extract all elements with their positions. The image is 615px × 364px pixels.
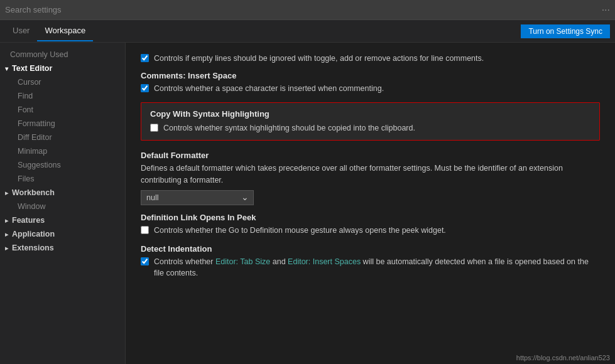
- default-formatter-desc: Defines a default formatter which takes …: [141, 163, 600, 186]
- chevron-right-icon: ▸: [5, 190, 8, 196]
- sidebar-item-cursor[interactable]: Cursor: [0, 75, 125, 89]
- main-content: Commonly Used ▾ Text Editor Cursor Find …: [0, 43, 615, 364]
- default-formatter-title: Default Formatter: [141, 151, 600, 160]
- sidebar-item-suggestions[interactable]: Suggestions: [0, 158, 125, 172]
- chevron-right-icon-features: ▸: [5, 217, 8, 224]
- ignore-empty-lines-desc: Controls if empty lines should be ignore…: [154, 53, 484, 65]
- insert-space-row: Controls whether a space character is in…: [141, 83, 600, 95]
- sidebar: Commonly Used ▾ Text Editor Cursor Find …: [0, 43, 126, 364]
- sidebar-item-features[interactable]: ▸ Features: [0, 213, 125, 227]
- settings-panel: Controls if empty lines should be ignore…: [126, 43, 615, 364]
- chevron-right-icon-ext: ▸: [5, 245, 8, 252]
- sidebar-item-find[interactable]: Find: [0, 89, 125, 103]
- detect-indent-setting: Detect Indentation Controls whether Edit…: [141, 244, 600, 280]
- ignore-empty-lines-row: Controls if empty lines should be ignore…: [141, 53, 600, 65]
- detect-indent-checkbox[interactable]: [141, 257, 149, 265]
- copy-syntax-row: Controls whether syntax highlighting sho…: [150, 122, 591, 134]
- definition-link-setting: Definition Link Opens In Peek Controls w…: [141, 213, 600, 237]
- tabs-bar: User Workspace Turn on Settings Sync: [0, 20, 615, 43]
- sidebar-item-files[interactable]: Files: [0, 172, 125, 186]
- insert-space-checkbox[interactable]: [141, 84, 149, 92]
- sidebar-item-extensions[interactable]: ▸ Extensions: [0, 241, 125, 255]
- sidebar-item-minimap[interactable]: Minimap: [0, 144, 125, 158]
- copy-syntax-title: Copy With Syntax Highlighting: [150, 109, 591, 119]
- definition-link-checkbox[interactable]: [141, 226, 149, 234]
- tab-size-link[interactable]: Editor: Tab Size: [215, 257, 270, 266]
- sidebar-item-window[interactable]: Window: [0, 200, 125, 213]
- sidebar-item-application[interactable]: ▸ Application: [0, 227, 125, 241]
- sidebar-item-text-editor[interactable]: ▾ Text Editor: [0, 62, 125, 75]
- tab-user[interactable]: User: [5, 21, 37, 41]
- sidebar-item-commonly-used[interactable]: Commonly Used: [0, 48, 125, 62]
- default-formatter-dropdown-wrapper: null: [141, 190, 254, 205]
- search-bar: ···: [0, 0, 615, 20]
- insert-space-desc: Controls whether a space character is in…: [154, 83, 384, 95]
- copy-syntax-desc: Controls whether syntax highlighting sho…: [163, 122, 415, 134]
- sidebar-item-workbench[interactable]: ▸ Workbench: [0, 186, 125, 200]
- tabs-list: User Workspace: [5, 21, 93, 41]
- sidebar-item-font[interactable]: Font: [0, 103, 125, 117]
- sidebar-item-formatting[interactable]: Formatting: [0, 117, 125, 131]
- default-formatter-setting: Default Formatter Defines a default form…: [141, 151, 600, 205]
- detect-indent-row: Controls whether Editor: Tab Size and Ed…: [141, 256, 600, 280]
- default-formatter-select[interactable]: null: [141, 190, 254, 205]
- chevron-right-icon-app: ▸: [5, 231, 8, 238]
- insert-spaces-link[interactable]: Editor: Insert Spaces: [288, 257, 361, 266]
- detect-indent-desc: Controls whether Editor: Tab Size and Ed…: [154, 256, 600, 280]
- insert-space-setting: Comments: Insert Space Controls whether …: [141, 71, 600, 95]
- ignore-empty-lines-checkbox[interactable]: [141, 54, 149, 62]
- search-input[interactable]: [5, 5, 610, 14]
- detect-indent-title: Detect Indentation: [141, 244, 600, 254]
- sidebar-item-diff-editor[interactable]: Diff Editor: [0, 131, 125, 144]
- copy-syntax-checkbox[interactable]: [150, 124, 158, 132]
- more-icon: ···: [602, 4, 610, 16]
- definition-link-desc: Controls whether the Go to Definition mo…: [154, 225, 446, 237]
- chevron-down-icon: ▾: [5, 65, 8, 72]
- copy-syntax-setting: Copy With Syntax Highlighting Controls w…: [141, 102, 600, 141]
- watermark: https://blog.csdn.net/anlian523: [516, 354, 610, 361]
- sync-button[interactable]: Turn on Settings Sync: [521, 24, 610, 38]
- definition-link-title: Definition Link Opens In Peek: [141, 213, 600, 222]
- default-formatter-dropdown-row: null: [141, 190, 600, 205]
- definition-link-row: Controls whether the Go to Definition mo…: [141, 225, 600, 237]
- tab-workspace[interactable]: Workspace: [37, 21, 93, 41]
- insert-space-title: Comments: Insert Space: [141, 71, 600, 80]
